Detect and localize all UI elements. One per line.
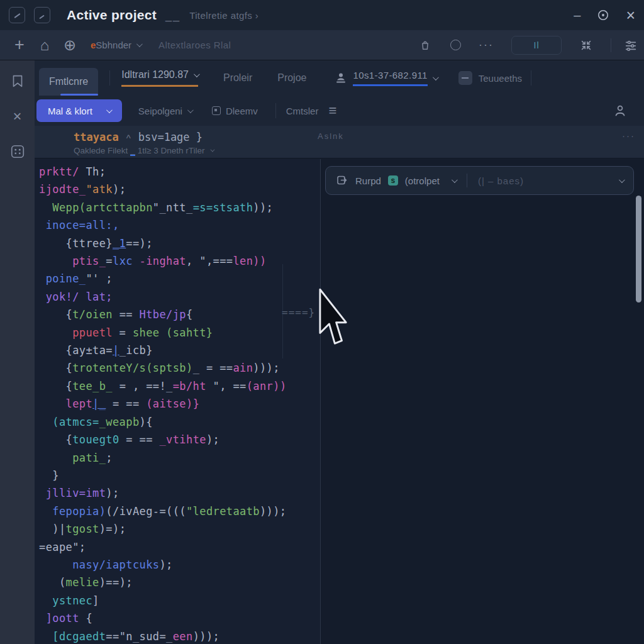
selector-label: Sbhnder (96, 40, 131, 50)
panel-left-label: Rurpd (355, 175, 381, 186)
actions-row: Mal & klort Seipolgeni Dleemv Cmtsler ≡ (0, 96, 644, 126)
code-line[interactable]: yok!/ lat; (39, 288, 320, 306)
close-button[interactable]: × (626, 6, 635, 25)
home-icon[interactable]: ⌂ (35, 36, 54, 54)
version-label: Idltrari 1290.87 (121, 69, 189, 80)
code-line[interactable]: ]oott { (39, 609, 320, 627)
minimize-button[interactable]: – (574, 8, 580, 23)
sliders-icon[interactable] (624, 38, 638, 52)
chevron-down-icon[interactable] (619, 177, 625, 183)
grid-icon[interactable] (9, 141, 26, 162)
chevron-down-icon (452, 177, 458, 183)
chevron-down-icon (136, 41, 143, 47)
bag-icon[interactable] (419, 39, 431, 52)
account-id: 10s1-37-682.911 (353, 70, 427, 86)
run-button[interactable]: Il (511, 36, 562, 55)
code-line[interactable]: fepopia)(/ivAeg-=((("ledretaatb))); (39, 502, 320, 520)
caret-icon: ^ (126, 133, 131, 143)
filter-rest: 1tl≥ 3 Dneth rTiler (138, 146, 205, 155)
panel-right-label: (| – baes) (478, 175, 524, 186)
version-selector[interactable]: Idltrari 1290.87 (121, 69, 198, 87)
code-line[interactable]: ystnec] (39, 592, 320, 609)
menu-item-dleemv[interactable]: Dleemv (212, 106, 258, 116)
toolbar: + ⌂ ⊕ e Sbhnder Altextlaroes Rlal ··· Il (0, 30, 644, 60)
page-title: Active project (67, 8, 157, 23)
code-line[interactable]: {ttree}_1==); (39, 235, 320, 252)
close-panel-icon[interactable]: × (13, 106, 21, 127)
code-line[interactable]: {trotenteY/s(sptsb)_ = ==ain))); (39, 359, 320, 377)
chevron-down-icon (194, 71, 200, 77)
code-line[interactable]: {t/oien == Htbe/jp{ (39, 306, 320, 323)
primary-action-button[interactable]: Mal & klort (36, 99, 122, 122)
menu-item-label: Dleemv (226, 106, 258, 116)
badge-icon[interactable] (458, 71, 472, 85)
scrollbar-thumb[interactable] (636, 196, 641, 303)
title-bar: Active project __ Titelretie atgfs › – × (0, 0, 644, 30)
ghost-code: ====} (282, 306, 315, 318)
add-button[interactable]: + (10, 35, 29, 55)
user-icon[interactable] (613, 103, 628, 118)
code-line[interactable]: lept|_ = == (aitse)} (39, 395, 320, 413)
globe-icon[interactable]: ⊕ (60, 36, 79, 54)
project-selector[interactable]: e Sbhnder (91, 40, 141, 50)
more-icon[interactable]: ··· (479, 38, 494, 52)
tab-active[interactable]: Fmtlcnre (39, 68, 98, 96)
code-line[interactable]: (melie)==); (39, 574, 320, 591)
file-expression: bsv=1age } (138, 131, 203, 143)
file-bar: ttayaca ^ bsv=1age } Aslnk ··· (35, 126, 644, 143)
square-icon (212, 106, 221, 115)
hamburger-icon[interactable]: ≡ (328, 103, 336, 119)
code-line[interactable]: poine_"' ; (39, 270, 320, 287)
main-content: prktt/ Th;ijodte_"atk); Wepp(artcttapbn"… (35, 159, 644, 644)
selector-prefix: e (91, 40, 96, 50)
filter-label: Qaklede Filekt (74, 146, 128, 155)
bookmark-icon[interactable] (9, 70, 26, 92)
title-dash: __ (165, 9, 180, 22)
code-line[interactable]: pati_; (39, 449, 320, 467)
edit-icon[interactable] (34, 7, 50, 23)
code-line[interactable]: [dcgaedt=="n_sud=_een))); (39, 628, 320, 644)
app-window: { "window": { "title": "Active project",… (0, 0, 644, 644)
panel-mid-label: (otrolpet (405, 175, 440, 186)
code-line[interactable]: prktt/ Th; (39, 163, 320, 180)
code-line[interactable]: )|tgost)=); (39, 520, 320, 538)
maximize-button[interactable] (597, 9, 609, 21)
code-line[interactable]: {touegt0 = == _vtihte); (39, 431, 320, 448)
primary-action-label: Mal & klort (48, 106, 92, 116)
code-line[interactable]: inoce=all:, (39, 216, 320, 234)
file-name[interactable]: ttayaca (74, 131, 119, 143)
code-line[interactable]: =eape"; (39, 538, 320, 556)
chevron-down-icon (210, 148, 214, 152)
menu-item-cmtsler[interactable]: Cmtsler (286, 106, 319, 116)
nav-item-proleir[interactable]: Proleir (223, 72, 252, 84)
code-line[interactable]: } (39, 467, 320, 484)
code-line[interactable]: ptis_=lxc -inghat, ",===len)) (39, 252, 320, 270)
code-line[interactable]: {tee_b_ = , ==!_=b/ht ", ==(anr)) (39, 377, 320, 395)
dropdown-label: Seipolgeni (138, 106, 182, 116)
collapse-icon[interactable] (579, 38, 593, 52)
circle-icon[interactable] (450, 40, 461, 50)
code-line[interactable]: (atmcs=_weapb){ (39, 413, 320, 431)
account-selector[interactable]: 10s1-37-682.911 (334, 70, 436, 86)
more-icon[interactable]: ··· (622, 130, 635, 141)
code-line[interactable]: nasy/iaptcuks); (39, 556, 320, 574)
badge-label: Teuueeths (479, 73, 522, 84)
left-rail: × (0, 60, 35, 644)
code-line[interactable]: jlliv=imt); (39, 484, 320, 502)
export-icon (336, 174, 348, 187)
filter-bar[interactable]: Qaklede Filekt _ 1tl≥ 3 Dneth rTiler (35, 143, 644, 158)
code-line[interactable]: {ay±ta=|_icb} (39, 341, 320, 359)
code-line[interactable]: ppuetl = shee (sahtt} (39, 324, 320, 341)
filter-underline: _ (130, 145, 135, 156)
code-line[interactable]: ijodte_"atk); (39, 180, 320, 198)
mouse-cursor-icon (318, 288, 347, 351)
panel-header[interactable]: Rurpd s (otrolpet (| – baes) (325, 166, 634, 195)
app-logo-icon[interactable] (9, 7, 25, 23)
chevron-down-icon (433, 74, 439, 80)
code-line[interactable]: Wepp(artcttapbn"_ntt_=s=stsath)); (39, 199, 320, 216)
breadcrumb[interactable]: Titelretie atgfs › (189, 10, 258, 21)
nav-item-projoe[interactable]: Projoe (277, 72, 306, 84)
code-pane[interactable]: prktt/ Th;ijodte_"atk); Wepp(artcttapbn"… (35, 159, 321, 644)
dropdown-seipolgeni[interactable]: Seipolgeni (138, 106, 192, 116)
toolbar-subtitle: Altextlaroes Rlal (158, 40, 231, 50)
